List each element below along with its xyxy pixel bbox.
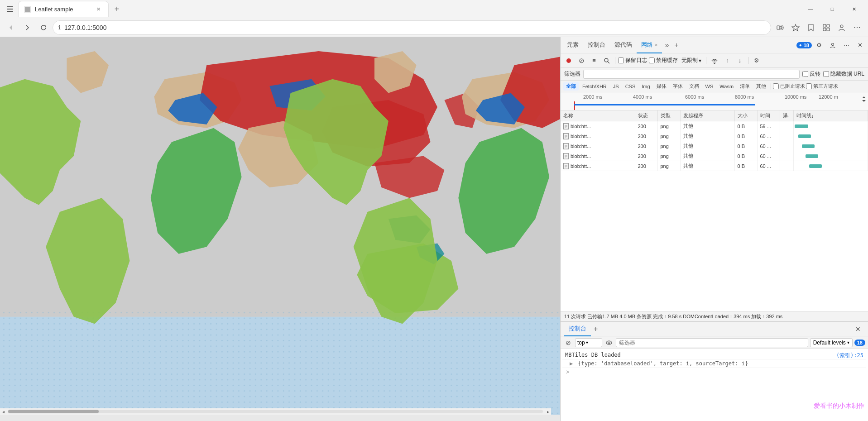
td-priority-2	[780, 141, 794, 151]
type-filter-img[interactable]: Img	[639, 83, 652, 90]
back-button[interactable]	[4, 20, 18, 35]
th-time[interactable]: 时间	[758, 110, 780, 121]
svg-rect-7	[823, 24, 826, 27]
console-tab[interactable]: 控制台	[564, 322, 591, 336]
td-time-0: 59 ...	[758, 121, 780, 131]
table-row[interactable]: blob:htt... 200 png 其他 0 B 59 ...	[561, 121, 868, 131]
throttle-select[interactable]: 无限制 ▾	[680, 56, 703, 65]
timeline-sort-icon[interactable]	[862, 96, 866, 104]
close-button[interactable]: ✕	[844, 2, 864, 16]
scroll-thumb[interactable]	[8, 410, 99, 413]
forward-button[interactable]	[20, 20, 34, 35]
svg-rect-10	[827, 28, 830, 31]
tab-console[interactable]: 控制台	[583, 37, 610, 53]
network-settings-button[interactable]: ⚙	[751, 55, 762, 66]
scroll-left[interactable]: ◂	[0, 408, 6, 415]
console-add-tab[interactable]: +	[591, 325, 600, 333]
favorites-button[interactable]	[788, 20, 803, 35]
console-link-0[interactable]: (索引):25	[836, 352, 863, 359]
type-filter-media[interactable]: 媒体	[654, 82, 669, 91]
tab-elements[interactable]: 元素	[562, 37, 583, 53]
type-filter-all[interactable]: 全部	[563, 82, 579, 91]
map-scrollbar-h[interactable]: ◂ ▸	[0, 408, 551, 415]
tab-close-button[interactable]: ✕	[94, 5, 103, 14]
upload-icon[interactable]: ↑	[722, 55, 733, 66]
td-time-1: 60 ...	[758, 131, 780, 141]
timeline-marker-0: 2000 ms	[583, 94, 602, 100]
devtools-add-tab[interactable]: +	[671, 41, 681, 49]
tab-network[interactable]: 网络 ×	[637, 37, 662, 53]
type-filter-fetch[interactable]: Fetch/XHR	[580, 83, 609, 90]
devtools-more-tabs[interactable]: »	[662, 41, 671, 49]
table-row[interactable]: blob:htt... 200 png 其他 0 B 60 ...	[561, 141, 868, 151]
devtools-close-button[interactable]: ✕	[854, 39, 866, 52]
th-status[interactable]: 状态	[635, 110, 658, 121]
th-type[interactable]: 类型	[658, 110, 681, 121]
collections-button[interactable]	[819, 20, 834, 35]
leaflet-map[interactable]: + − > ‹ › ◂	[0, 37, 560, 415]
type-filter-js[interactable]: JS	[610, 83, 622, 90]
reverse-filter-checkbox[interactable]: 反转	[802, 70, 820, 78]
table-row[interactable]: blob:htt... 200 png 其他 0 B 60 ...	[561, 161, 868, 171]
third-party-checkbox[interactable]: 第三方请求	[806, 83, 838, 90]
type-filter-doc[interactable]: 文档	[686, 82, 702, 91]
devtools-settings-button[interactable]: ⚙	[813, 39, 825, 52]
maximize-button[interactable]: □	[822, 2, 843, 16]
devtools-more-button[interactable]: ⋯	[840, 39, 853, 52]
preserve-log-checkbox[interactable]: 保留日志	[618, 57, 647, 64]
console-filter-input[interactable]	[616, 338, 808, 347]
scroll-track	[8, 410, 543, 413]
console-eye-button[interactable]	[604, 338, 614, 348]
console-stop-button[interactable]: ⊘	[563, 338, 573, 348]
th-initiator[interactable]: 发起程序	[681, 110, 735, 121]
tab-sources[interactable]: 源代码	[610, 37, 637, 53]
td-size-4: 0 B	[735, 161, 758, 171]
network-record-button[interactable]	[563, 55, 574, 66]
type-filter-manifest[interactable]: 清单	[737, 82, 753, 91]
th-size[interactable]: 大小	[735, 110, 758, 121]
new-tab-button[interactable]: +	[110, 3, 123, 15]
type-filter-font[interactable]: 字体	[670, 82, 686, 91]
td-initiator-4: 其他	[681, 161, 735, 171]
read-aloud-button[interactable]	[773, 20, 787, 35]
network-filter-button[interactable]: ≡	[589, 55, 599, 66]
scroll-right[interactable]: ▸	[545, 408, 551, 415]
console-levels-button[interactable]: Default levels ▾	[810, 338, 853, 347]
minimize-button[interactable]: —	[800, 2, 821, 16]
bookmark-button[interactable]	[804, 20, 818, 35]
type-filter-wasm[interactable]: Wasm	[717, 83, 736, 90]
hide-data-urls-checkbox[interactable]: 隐藏数据 URL	[823, 70, 864, 78]
svg-point-26	[832, 43, 834, 45]
console-context-selector[interactable]: top ▾	[575, 338, 602, 347]
console-close-button[interactable]: ✕	[852, 323, 864, 335]
td-status-0: 200	[635, 121, 658, 131]
console-expand-arrow[interactable]: ▶	[570, 360, 573, 367]
network-search-button[interactable]	[601, 55, 612, 66]
wifi-icon[interactable]	[709, 55, 720, 66]
separator3	[748, 57, 748, 64]
network-stop-button[interactable]: ⊘	[576, 55, 587, 66]
download-icon[interactable]: ↓	[734, 55, 745, 66]
type-filter-other[interactable]: 其他	[753, 82, 769, 91]
type-filter-css[interactable]: CSS	[623, 83, 638, 90]
table-row[interactable]: blob:htt... 200 png 其他 0 B 60 ...	[561, 151, 868, 161]
browser-tab-active[interactable]: Leaflet sample ✕	[18, 1, 109, 17]
td-name-4: blob:htt...	[561, 161, 635, 171]
disable-cache-checkbox[interactable]: 禁用缓存	[649, 57, 678, 64]
th-priority[interactable]: 瀑.	[780, 110, 794, 121]
th-waterfall[interactable]: 时间线	[794, 110, 868, 121]
svg-marker-6	[792, 24, 799, 31]
devtools-user-button[interactable]	[826, 39, 839, 52]
profile-button[interactable]	[834, 20, 849, 35]
address-bar[interactable]: ℹ 127.0.0.1:5000	[53, 20, 771, 35]
refresh-button[interactable]	[36, 20, 51, 35]
th-name[interactable]: 名称	[561, 110, 635, 121]
console-prompt[interactable]: >	[562, 368, 866, 376]
blocked-requests-checkbox[interactable]: 已阻止请求	[773, 83, 805, 90]
more-button[interactable]: ⋯	[850, 20, 864, 35]
sidebar-toggle-icon[interactable]	[4, 3, 16, 15]
network-table[interactable]: 名称 状态 类型 发起程序 大小 时间 瀑. 时间线 blob:htt...	[561, 110, 868, 311]
filter-input[interactable]	[583, 70, 800, 79]
table-row[interactable]: blob:htt... 200 png 其他 0 B 60 ...	[561, 131, 868, 141]
type-filter-ws[interactable]: WS	[703, 83, 716, 90]
